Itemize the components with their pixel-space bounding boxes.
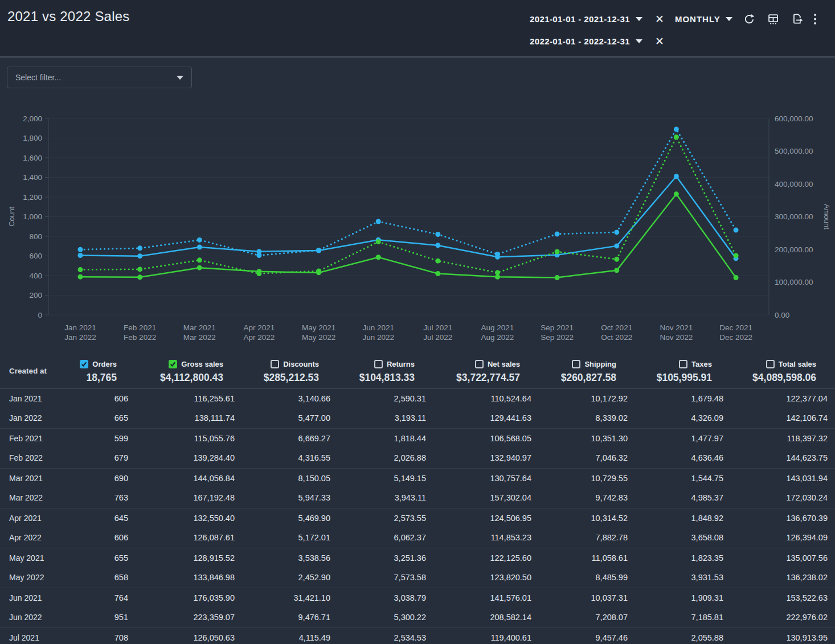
column-checkbox-net-sales[interactable] — [475, 360, 484, 368]
row-value-cell: 5,300.22 — [330, 608, 426, 627]
refresh-icon — [743, 13, 755, 25]
row-value-cell: 5,149.15 — [330, 468, 426, 488]
svg-text:Mar 2021: Mar 2021 — [183, 323, 216, 332]
row-value-cell: 8,339.02 — [531, 408, 628, 428]
row-value-cell: 132,940.97 — [426, 448, 531, 468]
granularity-select[interactable]: MONTHLY — [675, 14, 732, 24]
svg-text:Amount: Amount — [822, 204, 831, 229]
row-value-cell: 143,031.94 — [723, 468, 835, 488]
table-view-icon — [767, 13, 779, 25]
column-total: $285,212.53 — [235, 372, 319, 384]
dashboard: 2021 vs 2022 Sales 2021-01-01 - 2021-12-… — [0, 0, 835, 644]
column-checkbox-orders[interactable] — [80, 360, 88, 368]
date-range-1-select[interactable]: 2021-01-01 - 2021-12-31 — [530, 14, 642, 24]
svg-text:400: 400 — [29, 272, 42, 280]
date-range-2-select[interactable]: 2022-01-01 - 2022-12-31 — [530, 36, 642, 46]
row-value-cell: 3,140.66 — [235, 388, 330, 408]
svg-text:Sep 2022: Sep 2022 — [541, 333, 574, 342]
column-label: Shipping — [584, 360, 616, 368]
row-value-cell: 658 — [74, 568, 128, 588]
svg-text:1,000: 1,000 — [23, 212, 42, 221]
row-value-cell: 5,469.90 — [235, 508, 330, 528]
header-controls-row-1: 2021-01-01 - 2021-12-31 ✕ MONTHLY — [530, 11, 819, 26]
column-checkbox-taxes[interactable] — [679, 360, 687, 368]
column-checkbox-shipping[interactable] — [572, 360, 580, 368]
header-controls-row-2: 2022-01-01 - 2022-12-31 ✕ — [530, 34, 664, 48]
created-at-header: Created at — [0, 354, 74, 388]
svg-text:100,000.00: 100,000.00 — [775, 278, 813, 286]
row-value-cell: 136,238.02 — [723, 568, 835, 588]
row-value-cell: 4,316.55 — [235, 448, 330, 468]
row-value-cell: 7,573.58 — [330, 568, 426, 588]
chevron-down-icon — [177, 76, 183, 80]
more-options-button[interactable] — [811, 12, 819, 26]
row-value-cell: 10,172.92 — [531, 388, 628, 408]
row-value-cell: 139,284.40 — [128, 448, 235, 468]
row-value-cell: 606 — [74, 388, 128, 408]
remove-date-range-2-button[interactable]: ✕ — [655, 36, 664, 47]
row-value-cell: 115,055.76 — [128, 428, 235, 448]
row-value-cell: 708 — [74, 627, 128, 644]
row-value-cell: 1,823.35 — [628, 548, 723, 568]
row-value-cell: 2,026.88 — [330, 448, 426, 468]
table-row: Feb 2022679139,284.404,316.552,026.88132… — [0, 448, 835, 468]
row-value-cell: 2,452.90 — [235, 568, 330, 588]
svg-text:Count: Count — [7, 207, 16, 227]
row-value-cell: 11,058.61 — [531, 548, 628, 568]
row-value-cell: 119,400.61 — [426, 627, 531, 644]
row-value-cell: 1,818.44 — [330, 428, 426, 448]
row-value-cell: 764 — [74, 588, 128, 608]
row-period-cell: Jun 2021 — [0, 588, 74, 608]
column-total: 18,765 — [74, 372, 117, 384]
svg-text:1,600: 1,600 — [23, 154, 42, 162]
refresh-button[interactable] — [743, 12, 756, 26]
chevron-down-icon — [726, 17, 732, 21]
svg-text:Sep 2021: Sep 2021 — [541, 323, 574, 332]
row-period-cell: Mar 2022 — [0, 488, 74, 508]
row-value-cell: 7,882.78 — [531, 528, 628, 548]
row-value-cell: 3,251.36 — [330, 548, 426, 568]
column-label: Total sales — [779, 360, 816, 368]
row-value-cell: 3,193.11 — [330, 408, 426, 428]
table-row: Apr 2021645132,550.405,469.902,573.55124… — [0, 508, 835, 528]
table-row: Jun 2022951223,359.079,476.715,300.22208… — [0, 608, 835, 627]
column-checkbox-discounts[interactable] — [271, 360, 279, 368]
column-checkbox-total-sales[interactable] — [766, 360, 775, 368]
row-value-cell: 5,477.00 — [235, 408, 330, 428]
table-row: Mar 2022763167,192.485,947.333,943.11157… — [0, 488, 835, 508]
row-period-cell: Apr 2021 — [0, 508, 74, 528]
row-value-cell: 7,208.07 — [531, 608, 628, 627]
sales-line-chart: 02004006008001,0001,2001,4001,6001,8002,… — [0, 107, 835, 343]
row-value-cell: 142,106.74 — [723, 408, 835, 428]
row-value-cell: 645 — [74, 508, 128, 528]
table-view-button[interactable] — [767, 12, 780, 26]
column-header-taxes: Taxes$105,995.91 — [628, 354, 723, 388]
row-value-cell: 5,947.33 — [235, 488, 330, 508]
row-value-cell: 5,172.01 — [235, 528, 330, 548]
svg-text:Aug 2021: Aug 2021 — [481, 323, 514, 332]
row-period-cell: Jan 2022 — [0, 408, 74, 428]
filter-select[interactable]: Select filter... — [7, 67, 192, 88]
row-value-cell: 951 — [74, 608, 128, 627]
row-value-cell: 118,397.32 — [723, 428, 835, 448]
svg-text:Jul 2022: Jul 2022 — [423, 333, 452, 342]
row-value-cell: 3,038.79 — [330, 588, 426, 608]
date-range-1-label: 2021-01-01 - 2021-12-31 — [530, 14, 630, 24]
date-range-2-label: 2022-01-01 - 2022-12-31 — [530, 36, 630, 46]
column-checkbox-gross-sales[interactable] — [169, 360, 177, 368]
row-value-cell: 1,477.97 — [628, 428, 723, 448]
svg-text:Feb 2021: Feb 2021 — [124, 323, 156, 332]
row-value-cell: 129,441.63 — [426, 408, 531, 428]
row-value-cell: 167,192.48 — [128, 488, 235, 508]
row-value-cell: 114,853.23 — [426, 528, 531, 548]
svg-text:600,000.00: 600,000.00 — [775, 114, 813, 123]
row-value-cell: 599 — [74, 428, 128, 448]
filter-placeholder: Select filter... — [15, 73, 61, 82]
chevron-down-icon — [636, 39, 642, 43]
column-checkbox-returns[interactable] — [374, 360, 383, 368]
export-button[interactable] — [791, 12, 804, 26]
row-value-cell: 9,742.83 — [531, 488, 628, 508]
svg-text:500,000.00: 500,000.00 — [775, 147, 813, 155]
remove-date-range-1-button[interactable]: ✕ — [655, 14, 664, 24]
row-value-cell: 2,534.53 — [330, 627, 426, 644]
